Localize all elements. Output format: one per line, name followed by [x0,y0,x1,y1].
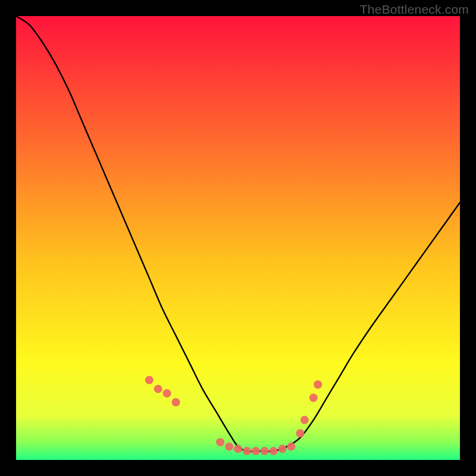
gradient-bg [16,16,460,460]
marker-dot [309,394,318,402]
marker-dot [234,444,242,453]
marker-dot [145,376,154,384]
marker-dot [270,447,278,455]
marker-dot [252,447,260,455]
marker-dot [300,416,309,424]
marker-dot [154,385,162,393]
marker-dot [278,444,287,453]
marker-dot [287,443,296,451]
marker-dot [216,438,224,446]
marker-dot [163,389,171,397]
bottleneck-plot [16,16,460,460]
marker-dot [296,429,304,437]
marker-dot [225,443,233,451]
chart-frame [16,16,460,460]
marker-dot [261,447,269,455]
watermark-text: TheBottleneck.com [360,2,469,17]
marker-dot [314,380,322,389]
marker-dot [172,398,180,406]
marker-dot [243,447,251,455]
